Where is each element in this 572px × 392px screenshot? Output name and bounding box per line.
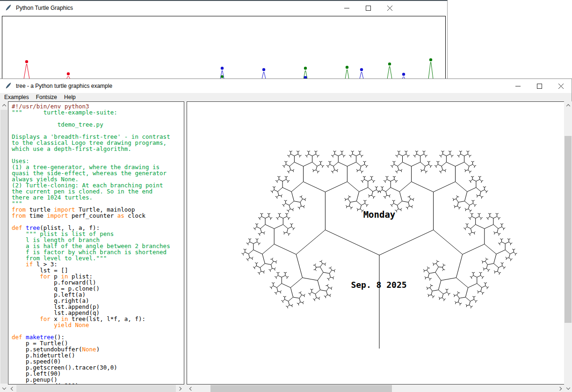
menubar: Examples Fontsize Help <box>0 93 572 101</box>
canvas-label: Monday <box>363 209 396 220</box>
chevron-left-icon <box>11 386 14 390</box>
fg-maximize-button[interactable] <box>529 79 550 93</box>
code-vertical-scrollbar[interactable] <box>0 101 8 392</box>
menu-examples[interactable]: Examples <box>1 93 32 101</box>
tk-feather-icon <box>5 4 12 12</box>
code-line: there are 1024 turtles. <box>12 194 170 200</box>
canvas-label: Sep. 8 2025 <box>351 280 406 290</box>
menu-help[interactable]: Help <box>61 93 79 101</box>
chevron-left-icon <box>189 386 193 390</box>
fg-titlebar[interactable]: tree - a Python turtle graphics example <box>0 79 572 93</box>
chevron-right-icon <box>178 386 181 390</box>
chevron-down-icon <box>566 386 570 390</box>
scrollbar-thumb[interactable] <box>565 136 572 323</box>
tk-feather-icon <box>5 82 12 90</box>
turtle-figure <box>23 60 30 79</box>
code-line: from time import perf_counter as clock <box>12 213 170 219</box>
turtle-figure <box>386 63 393 79</box>
fg-close-button[interactable] <box>550 79 572 93</box>
code-pane[interactable]: #!/usr/bin/env python3""" turtle-example… <box>8 101 184 385</box>
turtle-figure <box>219 67 225 79</box>
turtle-figure <box>359 68 364 79</box>
code-line: yield None <box>12 322 170 328</box>
canvas-horizontal-scrollbar[interactable] <box>187 385 565 392</box>
scroll-down-button[interactable] <box>0 385 8 392</box>
bg-close-button[interactable] <box>379 1 400 15</box>
turtle-figure <box>303 67 308 79</box>
code-text: #!/usr/bin/env python3""" turtle-example… <box>12 103 170 385</box>
scroll-left-button[interactable] <box>8 385 16 392</box>
turtle-figure <box>65 72 71 79</box>
chevron-down-icon <box>2 386 6 390</box>
scroll-down-button[interactable] <box>564 385 572 392</box>
fractal-tree-drawing: MondaySep. 8 2025 <box>187 102 564 384</box>
bg-maximize-button[interactable] <box>357 1 379 15</box>
bg-minimize-button[interactable] <box>336 1 357 15</box>
drawing-canvas: MondaySep. 8 2025 <box>187 101 565 385</box>
scrollbar-thumb[interactable] <box>210 385 392 392</box>
desktop: Python Turtle Graphics <box>0 0 572 392</box>
chevron-up-icon <box>2 104 6 108</box>
turtle-figure <box>261 68 267 79</box>
code-line <box>12 152 170 158</box>
code-line: tdemo_tree.py <box>12 121 170 128</box>
fg-minimize-button[interactable] <box>507 79 529 93</box>
scroll-right-button[interactable] <box>557 385 565 392</box>
code-line: """ turtle-example-suite: <box>12 109 170 115</box>
chevron-right-icon <box>558 386 562 390</box>
turtle-figure <box>344 66 350 79</box>
window-tree-example: tree - a Python turtle graphics example … <box>0 78 572 392</box>
turtle-figure <box>427 58 434 79</box>
chevron-up-icon <box>566 104 570 108</box>
bg-window-title: Python Turtle Graphics <box>16 5 73 11</box>
bg-window-controls <box>336 1 400 15</box>
code-horizontal-scrollbar[interactable] <box>8 385 184 392</box>
scroll-up-button[interactable] <box>0 101 8 109</box>
code-line: which use a depth-first-algorithm. <box>12 146 170 152</box>
fg-window-controls <box>507 79 572 93</box>
scroll-left-button[interactable] <box>187 385 195 392</box>
bg-titlebar[interactable]: Python Turtle Graphics <box>0 1 447 15</box>
scrollbar-thumb[interactable] <box>16 385 176 392</box>
scrollbar-thumb[interactable] <box>0 110 7 384</box>
menu-fontsize[interactable]: Fontsize <box>33 93 60 101</box>
scroll-up-button[interactable] <box>564 101 572 109</box>
fg-window-title: tree - a Python turtle graphics example <box>16 83 112 89</box>
canvas-vertical-scrollbar[interactable] <box>564 101 572 392</box>
scroll-right-button[interactable] <box>176 385 184 392</box>
